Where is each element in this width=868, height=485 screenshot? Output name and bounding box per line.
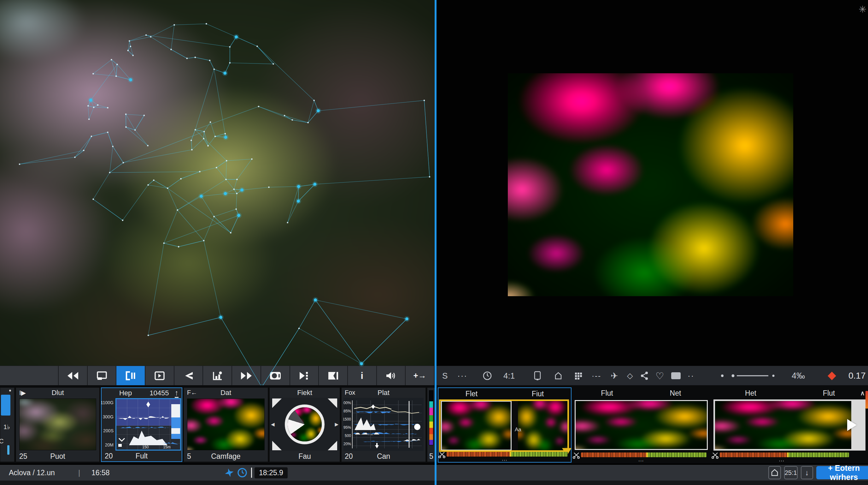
clip-thumb-flet[interactable] <box>441 401 512 451</box>
svg-text:85%: 85% <box>343 409 351 413</box>
app-window: ✳ <box>0 0 868 485</box>
fiekt-title: Fiekt <box>297 389 312 397</box>
colorbar-number: 5 <box>429 452 433 461</box>
panel-mini-strip[interactable]: 1♭ C <box>0 388 14 462</box>
flag-button[interactable] <box>319 366 348 385</box>
main-toolbar: i +→ S ··· 4:1 ·-- <box>0 366 868 385</box>
camera-icon <box>269 371 281 380</box>
exposure-strip[interactable] <box>720 453 849 457</box>
chat-box <box>671 372 681 379</box>
stats-button[interactable] <box>203 366 232 385</box>
spark-icon[interactable] <box>224 465 234 481</box>
color-wheel[interactable] <box>285 404 324 444</box>
s-mode-label[interactable]: S <box>442 366 447 386</box>
chart-icon <box>212 371 223 380</box>
toolbar-left: i +→ <box>0 366 435 385</box>
mini-dot <box>9 390 11 392</box>
clip-play-button[interactable] <box>146 366 175 385</box>
panel-fiekt-wheel[interactable]: Fiekt ◀ ▶ Fau <box>269 388 340 462</box>
fast-forward-button[interactable] <box>232 366 261 385</box>
svg-text:500: 500 <box>345 433 351 438</box>
device-frame-icon[interactable] <box>534 366 541 386</box>
keyframe-diamond-icon[interactable] <box>829 366 835 386</box>
viewer-original-pane[interactable] <box>0 0 435 366</box>
plat-chart[interactable]: 100%85%150095%50020% <box>343 398 424 451</box>
panel-colorbar[interactable]: 5 <box>427 388 435 462</box>
clip-label-flut[interactable]: Flut <box>573 388 641 399</box>
panel-dat[interactable]: F←Dat 5Camfage <box>184 388 268 462</box>
chat-icon[interactable] <box>671 366 681 386</box>
clip-label-flet[interactable]: Flet <box>438 388 505 399</box>
clip-card[interactable] <box>713 399 866 451</box>
status-separator: | <box>78 465 80 481</box>
plane-icon[interactable]: ✈ <box>611 366 618 386</box>
svg-text:20%: 20% <box>343 442 351 446</box>
clip-group-selected[interactable]: Flet Fiut Aa ,,, <box>438 388 571 463</box>
heart-icon[interactable]: ♡ <box>655 366 664 386</box>
hep-chart[interactable]: 15015m <box>116 398 181 451</box>
clip-label-fiut[interactable]: Fiut <box>505 388 571 399</box>
share-icon[interactable] <box>640 366 649 386</box>
home-button[interactable] <box>768 466 781 479</box>
exposure-strip[interactable] <box>446 452 568 457</box>
skip-back-button[interactable] <box>175 366 204 385</box>
compare-view-button[interactable] <box>116 366 146 385</box>
upload-arrow-icon[interactable]: ↑ <box>175 389 179 398</box>
more-ellipsis[interactable]: ··· <box>457 366 467 386</box>
zoom-slider[interactable] <box>720 366 777 386</box>
clip-label-het[interactable]: Het <box>712 388 790 399</box>
plat-corner-label: Fox <box>345 389 355 396</box>
dots-pair: ·· <box>688 366 694 386</box>
panel-plat-scopes[interactable]: FoxPlat 100%85%150095%50020% 20Can <box>341 388 426 462</box>
collapse-caret[interactable]: ∧ <box>860 389 865 397</box>
clock-icon[interactable] <box>483 366 492 386</box>
clip-thumb-fiut[interactable] <box>518 401 568 451</box>
ratio-button-label: 25:1 <box>785 469 797 477</box>
volume-button[interactable] <box>377 366 406 385</box>
panel-hep-histogram[interactable]: Hep10455↑ 1100G300G200S20M 15015m 20Fult <box>101 388 182 462</box>
dash-marks: ·-- <box>592 366 601 386</box>
clip-group-flut-net[interactable]: Flut Net ,,, <box>573 388 710 463</box>
mini-clip-handle[interactable] <box>1 395 10 416</box>
dlut-thumbnail[interactable] <box>19 398 96 450</box>
compare-divider-handle[interactable] <box>435 0 436 485</box>
home-icon[interactable] <box>554 366 563 386</box>
wheel-right-arrow[interactable]: ▶ <box>335 422 338 427</box>
ratio-button[interactable]: 25:1 <box>784 466 798 479</box>
export-button[interactable]: + Eotern wirhers <box>816 466 868 479</box>
clip-label-flut-2[interactable]: Flut <box>790 388 868 399</box>
cut-icon[interactable] <box>573 452 580 459</box>
info-button[interactable]: i <box>348 366 377 385</box>
exposure-strip[interactable] <box>581 453 707 457</box>
history-clock-icon[interactable] <box>237 465 247 481</box>
viewer-area: ✳ <box>0 0 868 366</box>
viewer-processed-pane[interactable] <box>436 0 868 366</box>
diamond-icon[interactable]: ◇ <box>627 366 633 386</box>
rewind-button[interactable] <box>59 366 88 385</box>
grid-icon[interactable] <box>574 366 583 386</box>
wheel-left-arrow[interactable]: ◀ <box>271 422 275 427</box>
clip-thumb-het-flut[interactable] <box>715 401 851 449</box>
clip-label-net[interactable]: Net <box>641 388 710 399</box>
clip-group-het-flut[interactable]: Het Flut ∧ ,,, <box>712 388 868 463</box>
mini-glyph-1: 1♭ <box>3 423 10 431</box>
cut-icon[interactable] <box>438 451 445 458</box>
clip-play-icon <box>154 371 165 380</box>
transfer-button[interactable]: +→ <box>406 366 435 385</box>
display-button[interactable] <box>88 366 117 385</box>
clip-thumb-flut-net[interactable] <box>575 400 708 450</box>
record-button[interactable] <box>261 366 290 385</box>
play-pause-button[interactable] <box>290 366 319 385</box>
permille-label[interactable]: 4‰ <box>792 366 805 386</box>
dat-thumbnail[interactable] <box>187 398 265 450</box>
transfer-icon: +→ <box>413 371 427 380</box>
download-button[interactable]: ↓ <box>801 466 813 479</box>
timecode-value[interactable]: 18:25.9 <box>254 467 288 478</box>
panel-dlut[interactable]: I▶Dlut 25Puot <box>16 388 100 462</box>
status-bar: Aclova / 12.un | 16:58 18:25.9 25:1 ↓ + … <box>0 465 868 481</box>
play-icon[interactable] <box>847 419 857 431</box>
aspect-ratio-label[interactable]: 4:1 <box>503 366 515 386</box>
toolbar-spacer <box>0 366 59 385</box>
svg-text:95%: 95% <box>343 425 351 430</box>
cut-icon[interactable] <box>712 452 718 459</box>
